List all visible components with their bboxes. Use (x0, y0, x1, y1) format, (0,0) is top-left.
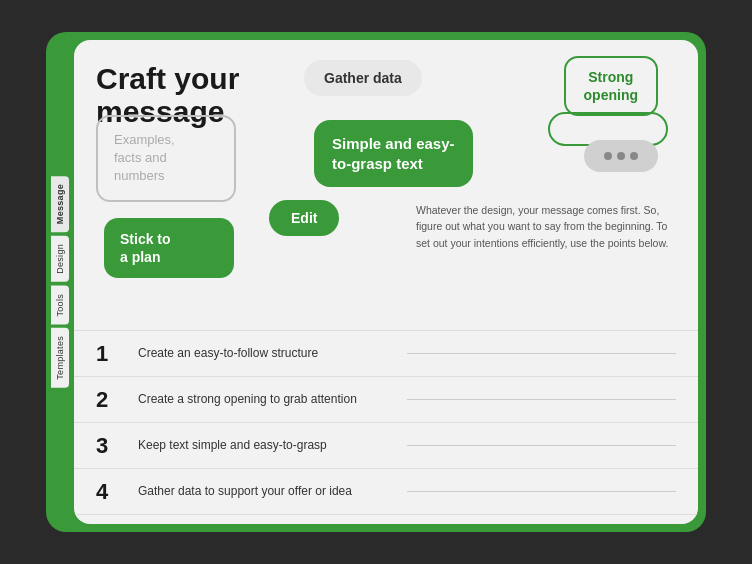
lower-section: 1 Create an easy-to-follow structure 2 C… (74, 330, 698, 524)
tab-design[interactable]: Design (51, 236, 69, 282)
list-item: 1 Create an easy-to-follow structure (74, 331, 698, 377)
bubble-simple-text: Simple and easy-to-grasp text (314, 120, 473, 187)
list-text-1: Create an easy-to-follow structure (138, 345, 407, 362)
list-text-4: Gather data to support your offer or ide… (138, 483, 407, 500)
list-text-3: Keep text simple and easy-to-grasp (138, 437, 407, 454)
list-number-3: 3 (96, 433, 138, 459)
tab-message[interactable]: Message (51, 176, 69, 232)
chat-dot-3 (630, 152, 638, 160)
list-divider-2 (407, 399, 676, 400)
list-number-4: 4 (96, 479, 138, 505)
bubble-stick-to-plan: Stick toa plan (104, 218, 234, 278)
sidebar: Message Design Tools Templates (46, 32, 74, 532)
list-divider-4 (407, 491, 676, 492)
bubble-strong-opening: Strongopening (564, 56, 658, 116)
outer-card: Message Design Tools Templates Craft you… (46, 32, 706, 532)
bubble-examples: Examples,facts andnumbers (96, 115, 236, 202)
tab-tools[interactable]: Tools (51, 286, 69, 325)
list-item: 3 Keep text simple and easy-to-grasp (74, 423, 698, 469)
bubble-edit[interactable]: Edit (269, 200, 339, 236)
bubble-gather-data: Gather data (304, 60, 422, 96)
list-item: 4 Gather data to support your offer or i… (74, 469, 698, 515)
list-item: 2 Create a strong opening to grab attent… (74, 377, 698, 423)
chat-dot-1 (604, 152, 612, 160)
tab-templates[interactable]: Templates (51, 328, 69, 388)
list-item: 5 Two pitch decks: one to send and one t… (74, 515, 698, 524)
upper-section: Craft yourmessage Gather data Strongopen… (74, 40, 698, 330)
list-divider-1 (407, 353, 676, 354)
list-text-2: Create a strong opening to grab attentio… (138, 391, 407, 408)
description-text: Whatever the design, your message comes … (416, 202, 676, 251)
list-number-2: 2 (96, 387, 138, 413)
main-card: Craft yourmessage Gather data Strongopen… (74, 40, 698, 524)
bubble-chat-dots (584, 140, 658, 172)
chat-dot-2 (617, 152, 625, 160)
list-number-1: 1 (96, 341, 138, 367)
list-divider-3 (407, 445, 676, 446)
